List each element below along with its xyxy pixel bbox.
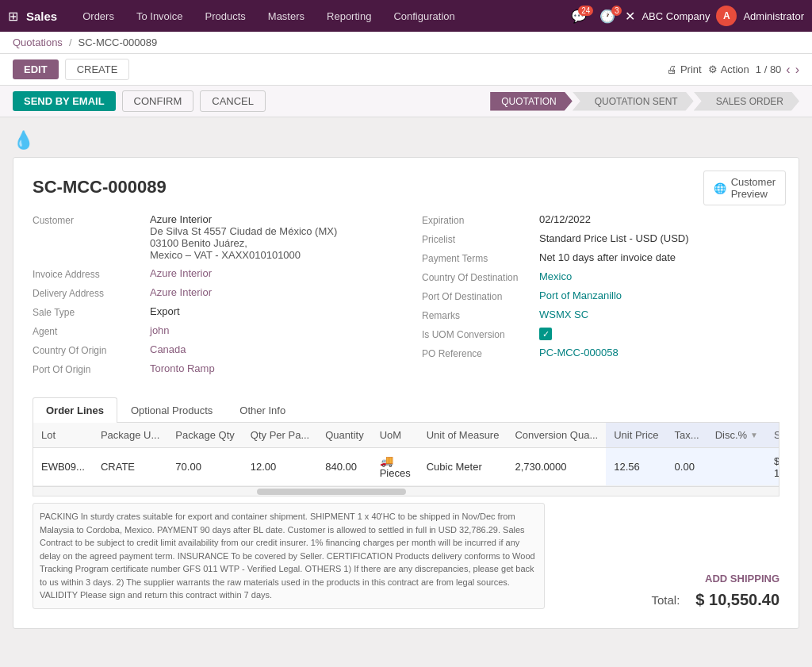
order-lines-table-wrapper: Lot Package U... Package Qty Qty Per Pa.… — [33, 423, 779, 487]
next-page-button[interactable]: › — [795, 63, 799, 77]
total-value: $ 10,550.40 — [695, 591, 779, 609]
action-link[interactable]: ⚙ Action — [708, 63, 749, 75]
po-reference-row: PO Reference PC-MCC-000058 — [422, 347, 779, 359]
port-destination-row: Port Of Destination Port of Manzanillo — [422, 289, 779, 302]
clock-badge: 3 — [611, 6, 622, 16]
form-card: 🌐 CustomerPreview SC-MCC-000089 Customer… — [13, 157, 799, 629]
breadcrumb-current: SC-MCC-000089 — [79, 36, 158, 48]
status-step-sales-order[interactable]: SALES ORDER — [694, 92, 799, 111]
col-quantity: Quantity — [317, 423, 371, 448]
agent-value[interactable]: john — [150, 324, 390, 336]
po-reference-label: PO Reference — [422, 347, 533, 359]
col-unit-of-measure: Unit of Measure — [419, 423, 508, 448]
payment-terms-row: Payment Terms Net 10 days after invoice … — [422, 251, 779, 264]
customer-preview-button[interactable]: 🌐 CustomerPreview — [703, 171, 786, 205]
customer-link[interactable]: Azure Interior — [150, 213, 212, 225]
port-origin-value[interactable]: Toronto Ramp — [150, 362, 390, 374]
notifications-icon[interactable]: 💬 24 — [568, 9, 590, 24]
col-uom: UoM — [372, 423, 419, 448]
uom-conversion-label: Is UOM Conversion — [422, 328, 533, 340]
horizontal-scrollbar[interactable] — [33, 487, 779, 496]
col-lot: Lot — [33, 423, 93, 448]
cell-quantity: 840.00 — [317, 448, 371, 486]
status-pipeline: QUOTATION QUOTATION SENT SALES ORDER — [490, 92, 799, 111]
nav-configuration[interactable]: Configuration — [384, 0, 464, 32]
close-icon[interactable]: ✕ — [625, 9, 635, 24]
invoice-address-label: Invoice Address — [33, 267, 144, 280]
customer-value: Azure Interior De Silva St 4557 Ciudad d… — [150, 213, 390, 261]
create-button[interactable]: CREATE — [65, 59, 130, 80]
left-column: Customer Azure Interior De Silva St 4557… — [33, 213, 390, 381]
tabs: Order Lines Optional Products Other Info — [33, 397, 779, 423]
sale-type-row: Sale Type Export — [33, 305, 390, 318]
delivery-address-value[interactable]: Azure Interior — [150, 286, 390, 298]
sale-type-value: Export — [150, 305, 390, 317]
sort-icon: ▼ — [750, 431, 758, 439]
confirm-button[interactable]: CONFIRM — [122, 90, 194, 112]
pagination-text: 1 / 80 — [756, 63, 782, 75]
breadcrumb-parent[interactable]: Quotations — [13, 36, 63, 48]
cell-qty-per-pa: 12.00 — [243, 448, 317, 486]
globe-icon: 🌐 — [714, 182, 726, 194]
table-row: EWB09... CRATE 70.00 12.00 840.00 🚚 Piec… — [33, 448, 779, 486]
top-navigation: ⊞ Sales Orders To Invoice Products Maste… — [0, 0, 812, 32]
status-step-quotation[interactable]: QUOTATION — [490, 92, 573, 111]
avatar[interactable]: A — [716, 6, 737, 26]
order-lines-table: Lot Package U... Package Qty Qty Per Pa.… — [33, 423, 779, 486]
col-unit-price: Unit Price — [606, 423, 666, 448]
customer-row: Customer Azure Interior De Silva St 4557… — [33, 213, 390, 261]
breadcrumb-separator: / — [69, 36, 72, 48]
cell-disc — [707, 448, 766, 486]
footer-total-area: ADD SHIPPING Total: $ 10,550.40 — [557, 503, 779, 609]
status-bar: SEND BY EMAIL CONFIRM CANCEL QUOTATION Q… — [0, 86, 812, 117]
payment-terms-value: Net 10 days after invoice date — [539, 251, 779, 263]
tab-order-lines[interactable]: Order Lines — [33, 397, 117, 423]
app-grid-icon[interactable]: ⊞ — [8, 9, 18, 24]
scrollbar-thumb[interactable] — [257, 489, 406, 495]
port-destination-value[interactable]: Port of Manzanillo — [539, 289, 779, 301]
invoice-address-value[interactable]: Azure Interior — [150, 267, 390, 279]
remarks-row: Remarks WSMX SC — [422, 309, 779, 321]
invoice-address-row: Invoice Address Azure Interior — [33, 267, 390, 280]
customer-address: De Silva St 4557 Ciudad de México (MX) — [150, 225, 390, 237]
po-reference-value[interactable]: PC-MCC-000058 — [539, 347, 779, 358]
cell-package-u: CRATE — [93, 448, 167, 486]
clock-icon[interactable]: 🕐 3 — [596, 9, 619, 24]
pricelist-value: Standard Price List - USD (USD) — [539, 232, 779, 244]
cancel-button[interactable]: CANCEL — [200, 90, 266, 112]
cell-unit-price: 12.56 — [606, 448, 666, 486]
cell-subtotal: $ 10,550.40 — [766, 448, 779, 486]
tab-optional-products[interactable]: Optional Products — [117, 397, 226, 423]
country-origin-row: Country Of Origin Canada — [33, 343, 390, 356]
country-origin-value[interactable]: Canada — [150, 343, 390, 355]
nav-products[interactable]: Products — [195, 0, 255, 32]
tab-other-info[interactable]: Other Info — [226, 397, 299, 423]
nav-orders[interactable]: Orders — [73, 0, 124, 32]
action-bar: EDIT CREATE 🖨 Print ⚙ Action 1 / 80 ‹ › — [0, 54, 812, 86]
country-destination-value[interactable]: Mexico — [539, 270, 779, 282]
col-conversion-qua: Conversion Qua... — [507, 423, 606, 448]
add-shipping-button[interactable]: ADD SHIPPING — [705, 573, 779, 585]
expiration-label: Expiration — [422, 213, 533, 226]
nav-to-invoice[interactable]: To Invoice — [127, 0, 193, 32]
country-destination-row: Country Of Destination Mexico — [422, 270, 779, 283]
delivery-address-label: Delivery Address — [33, 286, 144, 299]
pagination: 1 / 80 ‹ › — [756, 63, 799, 77]
cell-lot: EWB09... — [33, 448, 93, 486]
app-name: Sales — [26, 10, 57, 23]
nav-reporting[interactable]: Reporting — [317, 0, 381, 32]
prev-page-button[interactable]: ‹ — [786, 63, 790, 77]
print-icon: 🖨 — [667, 63, 677, 75]
expiration-value: 02/12/2022 — [539, 213, 779, 225]
edit-button[interactable]: EDIT — [13, 59, 59, 79]
main-content: 💧 🌐 CustomerPreview SC-MCC-000089 Custom… — [0, 117, 812, 642]
status-step-sent[interactable]: QUOTATION SENT — [573, 92, 694, 111]
uom-conversion-checkbox[interactable]: ✓ — [539, 328, 552, 340]
nav-masters[interactable]: Masters — [259, 0, 314, 32]
form-title: SC-MCC-000089 — [33, 177, 779, 197]
company-name: ABC Company — [642, 10, 710, 22]
remarks-value[interactable]: WSMX SC — [539, 309, 779, 320]
send-by-email-button[interactable]: SEND BY EMAIL — [13, 91, 116, 111]
print-link[interactable]: 🖨 Print — [667, 63, 702, 75]
action-icon: ⚙ — [708, 63, 718, 75]
